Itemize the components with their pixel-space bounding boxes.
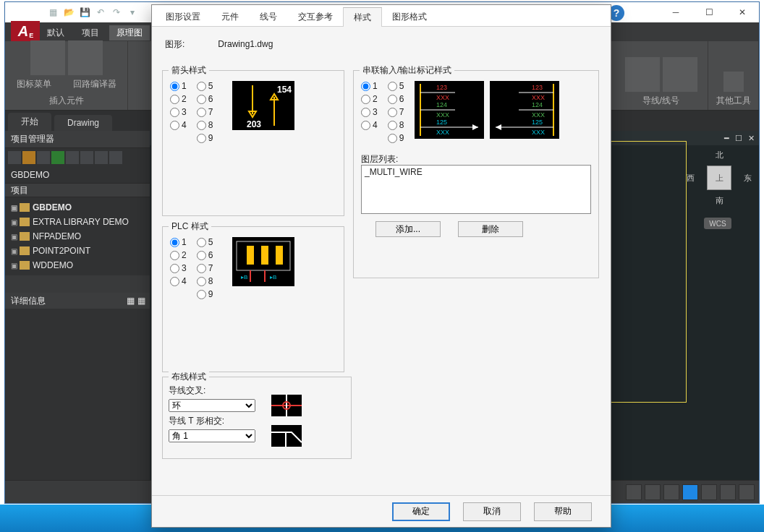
status-6-icon[interactable] (720, 484, 736, 500)
ok-button[interactable]: 确定 (392, 502, 450, 521)
dlg-tab-components[interactable]: 元件 (211, 7, 250, 26)
help-button[interactable]: 帮助 (534, 502, 592, 521)
arrow-radio-4[interactable]: 4 (170, 120, 187, 130)
pm-tool1-icon[interactable] (8, 151, 21, 164)
plc-radio-6[interactable]: 6 (197, 250, 213, 260)
tree-item-nfpa[interactable]: ▣NFPADEMO (5, 229, 150, 244)
plc-radio-3[interactable]: 3 (170, 263, 187, 273)
close-button[interactable]: ✕ (726, 2, 759, 22)
detail-tool1-icon[interactable]: ▦ (127, 296, 135, 306)
ribbon-tab-schematic[interactable]: 原理图 (109, 25, 150, 40)
ribbon-icon-menu[interactable] (30, 40, 65, 75)
plc-radio-8[interactable]: 8 (197, 276, 213, 286)
io-radio-3[interactable]: 3 (361, 107, 378, 117)
pm-refresh-icon[interactable] (51, 151, 64, 164)
arrow-radio-7[interactable]: 7 (197, 107, 213, 117)
canvas-close-icon[interactable]: ✕ (748, 134, 755, 143)
arrow-radio-5[interactable]: 5 (197, 81, 213, 91)
status-7-icon[interactable] (739, 484, 755, 500)
tree-item-p2p[interactable]: ▣POINT2POINT (5, 244, 150, 258)
arrow-radio-1[interactable]: 1 (170, 81, 187, 91)
dlg-tab-drawingsettings[interactable]: 图形设置 (155, 7, 211, 26)
cancel-button[interactable]: 取消 (463, 502, 521, 521)
tree-item-wddemo[interactable]: ▣WDDEMO (5, 258, 150, 273)
group-io-title: 串联输入/输出标记样式 (360, 64, 454, 77)
qat-redo-icon[interactable]: ↷ (109, 5, 124, 20)
io-radio-5[interactable]: 5 (388, 81, 404, 91)
group-io-style: 串联输入/输出标记样式 1 2 3 4 5 6 7 8 9 (353, 70, 599, 278)
ribbon-panel-other-label: 其他工具 (716, 95, 751, 107)
dlg-tab-styles[interactable]: 样式 (343, 7, 382, 27)
pm-tool8-icon[interactable] (109, 151, 122, 164)
qat-more-icon[interactable]: ▾ (125, 5, 140, 20)
viewcube-face[interactable]: 上 (707, 166, 731, 190)
arrow-num-top: 154 (277, 85, 292, 95)
io-radio-4[interactable]: 4 (361, 120, 378, 130)
canvas-min-icon[interactable]: ━ (724, 134, 729, 143)
arrow-radio-9[interactable]: 9 (197, 133, 213, 143)
pm-tool5-icon[interactable] (66, 151, 79, 164)
ribbon-wire2-icon[interactable] (663, 57, 697, 92)
arrow-radio-3[interactable]: 3 (170, 107, 187, 117)
dlg-tab-wirenum[interactable]: 线号 (249, 7, 288, 26)
plc-radio-9[interactable]: 9 (197, 289, 213, 299)
detail-tool2-icon[interactable]: ▦ (137, 296, 145, 306)
app-logo[interactable]: AE (11, 21, 40, 41)
style-dialog: 图形设置 元件 线号 交互参考 样式 图形格式 图形: Drawing1.dwg… (151, 4, 611, 528)
layer-delete-button[interactable]: 删除 (458, 221, 523, 237)
arrow-radio-8[interactable]: 8 (197, 120, 213, 130)
drawing-tab-current[interactable]: Drawing (54, 115, 112, 131)
qat-undo-icon[interactable]: ↶ (93, 5, 108, 20)
wire-cross-select[interactable]: 环 (169, 399, 255, 412)
ribbon-tab-project[interactable]: 项目 (75, 25, 106, 40)
io-radio-2[interactable]: 2 (361, 94, 378, 104)
viewcube[interactable]: 北 南 西 东 上 (694, 153, 744, 203)
wire-tee-select[interactable]: 角 1 (169, 429, 255, 442)
arrow-radio-2[interactable]: 2 (170, 94, 187, 104)
tree-item-gbdemo[interactable]: ▣GBDEMO (5, 200, 150, 215)
pm-tool7-icon[interactable] (95, 151, 108, 164)
plc-radio-5[interactable]: 5 (197, 237, 213, 247)
status-4-icon[interactable] (682, 484, 698, 500)
layer-add-button[interactable]: 添加... (375, 221, 441, 237)
drawing-tab-start[interactable]: 开始 (8, 113, 51, 131)
maximize-button[interactable]: ☐ (692, 2, 726, 22)
ribbon-other-icon[interactable] (723, 72, 744, 92)
expand-icon[interactable]: ▣ (11, 262, 20, 270)
dlg-tab-crossref[interactable]: 交互参考 (287, 7, 344, 26)
pm-tool3-icon[interactable] (37, 151, 50, 164)
dlg-tab-drawingformat[interactable]: 图形格式 (381, 7, 438, 26)
qat-open-icon[interactable]: 📂 (61, 5, 76, 20)
ribbon-wire1-icon[interactable] (625, 57, 660, 92)
status-1-icon[interactable] (626, 484, 642, 500)
wcs-badge[interactable]: WCS (704, 218, 731, 229)
io-radio-9[interactable]: 9 (388, 133, 404, 143)
status-3-icon[interactable] (663, 484, 679, 500)
pm-tool6-icon[interactable] (80, 151, 93, 164)
status-2-icon[interactable] (645, 484, 661, 500)
expand-icon[interactable]: ▣ (11, 218, 20, 226)
expand-icon[interactable]: ▣ (11, 247, 20, 255)
io-radio-7[interactable]: 7 (388, 107, 404, 117)
tree-item-extralib[interactable]: ▣EXTRA LIBRARY DEMO (5, 215, 150, 229)
qat-new-icon[interactable]: ▦ (46, 5, 60, 20)
minimize-button[interactable]: ─ (659, 2, 692, 22)
ribbon-circuit-builder[interactable] (68, 40, 103, 75)
plc-radio-1[interactable]: 1 (170, 237, 187, 247)
io-radio-6[interactable]: 6 (388, 94, 404, 104)
plc-radio-7[interactable]: 7 (197, 263, 213, 273)
pm-tool2-icon[interactable] (22, 151, 35, 164)
canvas-max-icon[interactable]: ☐ (735, 134, 742, 143)
expand-icon[interactable]: ▣ (11, 233, 20, 241)
expand-icon[interactable]: ▣ (11, 204, 20, 212)
group-arrow-style: 箭头样式 1 2 3 4 5 6 7 8 9 154 (162, 70, 344, 216)
status-5-icon[interactable] (701, 484, 717, 500)
io-radio-8[interactable]: 8 (388, 120, 404, 130)
plc-radio-4[interactable]: 4 (170, 276, 187, 286)
io-radio-1[interactable]: 1 (361, 81, 378, 91)
qat-save-icon[interactable]: 💾 (77, 5, 92, 20)
plc-radio-2[interactable]: 2 (170, 250, 187, 260)
layer-list-box[interactable]: _MULTI_WIRE (361, 165, 591, 214)
arrow-radio-6[interactable]: 6 (197, 94, 213, 104)
ribbon-tab-default[interactable]: 默认 (40, 25, 72, 40)
